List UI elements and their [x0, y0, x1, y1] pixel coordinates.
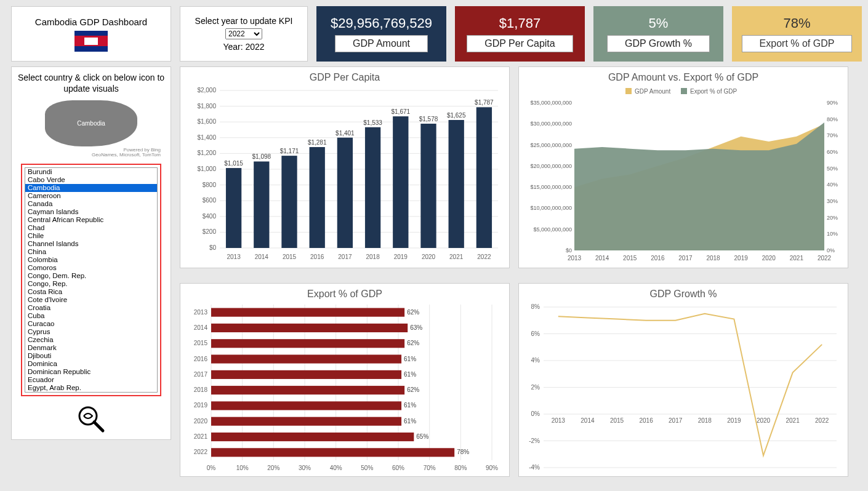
svg-text:2014: 2014: [595, 255, 609, 261]
svg-text:$1,800: $1,800: [197, 103, 216, 110]
svg-rect-51: [476, 107, 492, 248]
svg-text:90%: 90%: [827, 100, 838, 106]
country-option[interactable]: Cuba: [25, 312, 157, 320]
svg-text:2016: 2016: [310, 253, 324, 260]
svg-text:50%: 50%: [361, 465, 373, 471]
country-option[interactable]: Channel Islands: [25, 240, 157, 248]
svg-text:-4%: -4%: [529, 464, 540, 471]
svg-rect-56: [681, 88, 687, 94]
svg-text:8%: 8%: [531, 303, 540, 310]
country-listbox-frame: BurundiCabo VerdeCambodiaCameroonCanadaC…: [21, 164, 161, 396]
kpi-0: $29,956,769,529GDP Amount: [316, 6, 446, 62]
map-attrib-2: GeoNames, Microsoft, TomTom: [92, 153, 161, 158]
country-option[interactable]: Denmark: [25, 344, 157, 352]
svg-text:2019: 2019: [734, 255, 749, 261]
country-option[interactable]: Dominican Republic: [25, 368, 157, 376]
country-listbox[interactable]: BurundiCabo VerdeCambodiaCameroonCanadaC…: [25, 167, 158, 393]
country-option[interactable]: Egypt, Arab Rep.: [25, 384, 157, 392]
svg-text:0%: 0%: [827, 247, 835, 253]
svg-text:2022: 2022: [194, 449, 208, 455]
country-option[interactable]: Cabo Verde: [25, 176, 157, 184]
country-option[interactable]: Congo, Dem. Rep.: [25, 272, 157, 280]
country-option[interactable]: Cyprus: [25, 328, 157, 336]
svg-rect-39: [365, 127, 380, 248]
svg-text:60%: 60%: [827, 149, 838, 155]
svg-text:2013: 2013: [227, 253, 241, 260]
svg-text:$0: $0: [566, 247, 572, 253]
country-option[interactable]: Cameroon: [25, 192, 157, 200]
svg-rect-36: [337, 138, 353, 248]
kpi-2: 5%GDP Growth %: [593, 6, 723, 62]
svg-rect-115: [211, 354, 401, 363]
svg-text:2019: 2019: [727, 417, 741, 424]
country-option[interactable]: Cayman Islands: [25, 208, 157, 216]
svg-text:61%: 61%: [404, 355, 416, 362]
country-option[interactable]: Burundi: [25, 168, 157, 176]
svg-rect-33: [310, 147, 325, 248]
svg-text:2019: 2019: [194, 402, 208, 409]
svg-text:62%: 62%: [407, 340, 419, 346]
svg-text:4%: 4%: [531, 357, 540, 364]
country-option[interactable]: Croatia: [25, 304, 157, 312]
svg-text:2020: 2020: [422, 253, 436, 260]
country-option[interactable]: Comoros: [25, 264, 157, 272]
svg-text:40%: 40%: [827, 182, 838, 188]
country-option[interactable]: Congo, Rep.: [25, 280, 157, 288]
country-option[interactable]: Central African Republic: [25, 216, 157, 224]
dashboard-title: Cambodia GDP Dashboard: [35, 17, 147, 27]
svg-text:6%: 6%: [531, 330, 540, 337]
svg-text:2015: 2015: [623, 255, 637, 261]
svg-text:2022: 2022: [477, 253, 491, 260]
svg-text:65%: 65%: [416, 433, 428, 440]
kpi-1: $1,787GDP Per Capita: [455, 6, 585, 62]
year-caption: Year: 2022: [223, 42, 264, 52]
kpi-label: GDP Amount: [335, 35, 428, 52]
refresh-icon[interactable]: [76, 404, 106, 434]
year-select-label: Select year to update KPI: [195, 16, 293, 26]
svg-text:10%: 10%: [827, 231, 838, 237]
svg-text:2013: 2013: [568, 255, 582, 261]
svg-rect-130: [211, 432, 414, 441]
svg-text:60%: 60%: [392, 465, 404, 471]
svg-text:2015: 2015: [610, 417, 624, 424]
kpi-value: $1,787: [499, 15, 540, 31]
svg-text:Export % of GDP: Export % of GDP: [690, 88, 737, 95]
country-option[interactable]: Chile: [25, 232, 157, 240]
svg-text:2015: 2015: [283, 253, 297, 260]
country-option[interactable]: Ecuador: [25, 376, 157, 384]
svg-text:2016: 2016: [651, 255, 665, 261]
country-option[interactable]: Czechia: [25, 336, 157, 344]
svg-text:$1,000: $1,000: [197, 166, 216, 172]
svg-text:$10,000,000,000: $10,000,000,000: [530, 205, 572, 211]
svg-text:$1,098: $1,098: [252, 153, 271, 160]
country-option[interactable]: Dominica: [25, 360, 157, 368]
svg-text:$25,000,000,000: $25,000,000,000: [530, 142, 572, 148]
svg-text:$30,000,000,000: $30,000,000,000: [530, 121, 572, 127]
country-option[interactable]: Curacao: [25, 320, 157, 328]
svg-text:$2,000: $2,000: [197, 87, 216, 94]
svg-text:70%: 70%: [424, 465, 436, 471]
svg-text:2016: 2016: [194, 355, 208, 362]
country-option[interactable]: China: [25, 248, 157, 256]
svg-text:$5,000,000,000: $5,000,000,000: [533, 226, 572, 233]
svg-text:$1,015: $1,015: [224, 160, 243, 167]
chart-gdp-per-capita: GDP Per Capita $0$200$400$600$800$1,000$…: [180, 66, 510, 268]
country-option[interactable]: Cambodia: [25, 184, 157, 192]
svg-text:78%: 78%: [457, 449, 469, 455]
svg-text:2018: 2018: [706, 255, 720, 261]
svg-rect-127: [211, 417, 401, 425]
country-option[interactable]: Canada: [25, 200, 157, 208]
kpi-value: $29,956,769,529: [331, 15, 432, 31]
year-select[interactable]: 2013201420152016201720182019202020212022: [225, 28, 262, 39]
country-option[interactable]: Costa Rica: [25, 288, 157, 296]
country-option[interactable]: Cote d'Ivoire: [25, 296, 157, 304]
svg-text:61%: 61%: [404, 402, 416, 409]
country-option[interactable]: Colombia: [25, 256, 157, 264]
kpi-label: GDP Per Capita: [467, 35, 573, 52]
country-map[interactable]: Cambodia: [45, 100, 137, 146]
svg-text:$800: $800: [203, 182, 217, 188]
svg-text:20%: 20%: [267, 465, 279, 471]
country-option[interactable]: Djibouti: [25, 352, 157, 360]
chart-export-pct: Export % of GDP 0%10%20%30%40%50%60%70%8…: [180, 283, 510, 477]
country-option[interactable]: Chad: [25, 224, 157, 232]
